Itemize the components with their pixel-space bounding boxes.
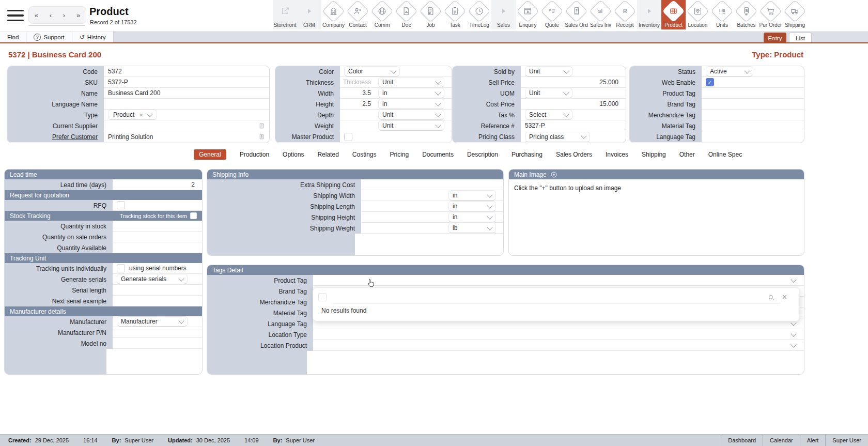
value-input[interactable]: 2.5 — [344, 100, 376, 107]
toolbar-item-inventory[interactable]: Inventory — [637, 0, 661, 29]
value-input[interactable]: Thickness — [344, 79, 376, 86]
type-chip[interactable]: Product× — [108, 110, 157, 120]
toolbar-item-product[interactable]: Product — [661, 0, 686, 29]
tab-description[interactable]: Description — [467, 151, 498, 158]
toolbar-item-receipt[interactable]: RReceipt — [613, 0, 637, 29]
nav-first-icon[interactable]: « — [33, 11, 40, 19]
field-control[interactable] — [702, 88, 804, 99]
select-uom[interactable]: Unit — [525, 88, 572, 98]
field-control[interactable] — [113, 285, 202, 296]
field-control[interactable]: 15.000 — [521, 99, 626, 110]
tab-other[interactable]: Other — [679, 151, 695, 158]
unit-select[interactable]: in — [378, 99, 444, 109]
remove-icon[interactable]: × — [139, 112, 143, 118]
tag-field[interactable] — [313, 340, 804, 351]
field-control[interactable]: in — [361, 201, 503, 212]
field-control[interactable] — [113, 221, 202, 232]
field-control[interactable]: 2.5in — [340, 99, 452, 110]
field-control[interactable] — [702, 131, 804, 142]
view-tab-entry[interactable]: Entry — [764, 33, 786, 43]
field-control[interactable]: Active — [702, 66, 804, 77]
select-all-checkbox[interactable] — [318, 293, 327, 301]
tab-documents[interactable]: Documents — [422, 151, 454, 158]
tag-search-input[interactable] — [333, 291, 780, 303]
toolbar-item-company[interactable]: Company — [321, 0, 346, 29]
toolbar-item-pur-order[interactable]: Pur Order — [758, 0, 783, 29]
field-control[interactable] — [113, 338, 202, 349]
field-control[interactable]: using serial numbers — [113, 263, 202, 274]
select-sold-by[interactable]: Unit — [525, 66, 572, 76]
footer-link-dashboard[interactable]: Dashboard — [721, 435, 763, 446]
menu-item-find[interactable]: Find — [0, 32, 26, 43]
tab-shipping[interactable]: Shipping — [642, 151, 666, 158]
tab-production[interactable]: Production — [240, 151, 269, 158]
field-control[interactable] — [702, 99, 804, 110]
field-control[interactable]: Generate serials — [113, 274, 202, 285]
unit-select[interactable]: in — [448, 201, 496, 211]
field-control[interactable]: 25.000 — [521, 77, 626, 88]
field-control[interactable]: Unit — [340, 110, 452, 120]
field-control[interactable] — [104, 99, 269, 110]
toolbar-item-sales-ord[interactable]: Sales Ord — [564, 0, 588, 29]
field-control[interactable] — [113, 242, 202, 253]
field-control[interactable]: in — [361, 190, 503, 201]
list-icon[interactable] — [258, 133, 265, 140]
toolbar-item-sales-inv[interactable]: SiSales Inv — [588, 0, 613, 29]
tab-purchasing[interactable]: Purchasing — [512, 151, 542, 158]
footer-link-calendar[interactable]: Calendar — [763, 435, 800, 446]
tab-general[interactable]: General — [194, 149, 226, 160]
unit-select[interactable]: in — [378, 88, 444, 98]
field-control[interactable] — [113, 296, 202, 306]
list-icon[interactable] — [258, 122, 265, 129]
toolbar-item-doc[interactable]: Doc — [394, 0, 419, 29]
tab-options[interactable]: Options — [283, 151, 304, 158]
select-tax-[interactable]: Select — [525, 110, 572, 120]
field-control[interactable] — [340, 131, 452, 142]
field-control[interactable]: ✓ — [702, 77, 804, 88]
nav-last-icon[interactable]: » — [75, 11, 82, 19]
tracking-stock-checkbox[interactable] — [190, 212, 197, 219]
toolbar-item-crm[interactable]: CRM — [297, 0, 321, 29]
field-control[interactable]: 5372-P — [104, 77, 269, 88]
tag-field[interactable] — [313, 275, 804, 286]
select-manufacturer[interactable]: Manufacturer — [117, 316, 188, 327]
unit-select[interactable]: lb — [448, 223, 496, 233]
close-icon[interactable]: × — [782, 293, 787, 301]
unit-select[interactable]: in — [448, 212, 496, 222]
field-control[interactable]: Product× — [104, 110, 269, 120]
checkbox-tracking-units-individually[interactable] — [117, 264, 125, 272]
field-control[interactable] — [113, 232, 202, 242]
field-control[interactable]: lb — [361, 223, 503, 234]
select-pricing-class[interactable]: Pricing class — [525, 132, 590, 142]
field-control[interactable]: Unit — [340, 120, 452, 131]
footer-link-alert[interactable]: Alert — [800, 435, 826, 446]
field-label[interactable]: Prefer Customer — [52, 133, 98, 141]
tab-invoices[interactable]: Invoices — [606, 151, 628, 158]
toolbar-item-timelog[interactable]: TimeLog — [467, 0, 491, 29]
field-control[interactable] — [361, 179, 503, 190]
field-control[interactable]: 5327-P — [521, 120, 626, 131]
toolbar-item-enquiry[interactable]: Enquiry — [516, 0, 540, 29]
toolbar-item-quote[interactable]: “Quote — [540, 0, 564, 29]
field-control[interactable]: Color — [340, 66, 452, 77]
field-control[interactable] — [702, 120, 804, 131]
field-control[interactable]: Unit — [521, 66, 626, 77]
toolbar-item-job[interactable]: Job — [419, 0, 443, 29]
view-tab-list[interactable]: List — [789, 33, 812, 43]
toolbar-item-location[interactable]: Location — [686, 0, 710, 29]
select-color[interactable]: Color — [344, 66, 400, 76]
checkbox-master-product[interactable] — [344, 133, 352, 141]
search-icon[interactable] — [767, 294, 775, 301]
toolbar-item-comm[interactable]: Comm — [370, 0, 394, 29]
tab-sales-orders[interactable]: Sales Orders — [556, 151, 592, 158]
field-control[interactable]: ThicknessUnit — [340, 77, 452, 88]
menu-item-support[interactable]: ?Support — [26, 32, 72, 43]
field-control[interactable]: Select — [521, 110, 626, 120]
field-control[interactable]: Printing Solution — [104, 131, 269, 142]
select-generate-serials[interactable]: Generate serials — [117, 274, 188, 284]
field-control[interactable]: in — [361, 212, 503, 223]
toolbar-item-storefront[interactable]: Storefront — [273, 0, 297, 29]
toolbar-item-sales[interactable]: Sales — [491, 0, 516, 29]
toolbar-item-shipping[interactable]: Shipping — [783, 0, 807, 29]
field-control[interactable]: Pricing class — [521, 131, 626, 142]
